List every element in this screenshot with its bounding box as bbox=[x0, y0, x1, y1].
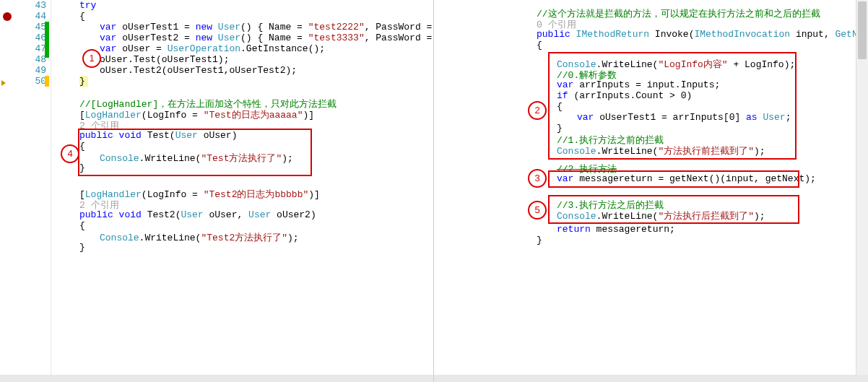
code-line[interactable]: public void Test2(User oUser, User oUser… bbox=[79, 209, 433, 220]
code-line[interactable]: var oUserTest2 = new User() { Name = "te… bbox=[100, 32, 433, 43]
code-line[interactable]: { bbox=[79, 141, 433, 152]
code-line[interactable]: { bbox=[79, 11, 433, 22]
code-line[interactable]: //0.解析参数 bbox=[557, 69, 868, 79]
line-number: 50 bbox=[25, 76, 46, 87]
annotation-circle-2: 2 bbox=[528, 101, 547, 120]
code-line[interactable]: } bbox=[79, 242, 433, 253]
code-line[interactable]: var arrInputs = input.Inputs; bbox=[557, 79, 868, 90]
status-strip bbox=[434, 375, 868, 382]
line-number: 49 bbox=[25, 65, 46, 76]
code-line[interactable]: Console.WriteLine("Test方法执行了"); bbox=[100, 152, 433, 162]
execution-arrow-icon bbox=[1, 78, 12, 88]
codelens-references[interactable]: 0 个引用 bbox=[537, 18, 868, 29]
line-number: 48 bbox=[25, 54, 46, 65]
code-line[interactable]: //[LogHandler]，在方法上面加这个特性，只对此方法拦截 bbox=[79, 97, 433, 108]
code-line[interactable]: if (arrInputs.Count > 0) bbox=[557, 90, 868, 101]
code-line[interactable]: { bbox=[537, 40, 868, 51]
change-mark-icon bbox=[45, 76, 49, 87]
code-line[interactable]: Console.WriteLine("LogInfo内容" + LogInfo)… bbox=[557, 58, 868, 69]
code-line[interactable]: { bbox=[79, 220, 433, 231]
code-line[interactable]: public void Test(User oUser) bbox=[79, 130, 433, 141]
codelens-references[interactable]: 2 个引用 bbox=[79, 119, 433, 130]
annotation-circle-5: 5 bbox=[528, 201, 547, 220]
annotation-circle-1: 1 bbox=[82, 49, 101, 68]
code-line[interactable]: } bbox=[79, 76, 88, 87]
code-line[interactable]: return messagereturn; bbox=[557, 224, 868, 235]
line-number: 46 bbox=[25, 32, 46, 43]
code-line[interactable]: //1.执行方法之前的拦截 bbox=[557, 134, 868, 144]
status-strip bbox=[0, 375, 433, 382]
annotation-circle-4: 4 bbox=[61, 144, 79, 163]
code-editor[interactable]: //这个方法就是拦截的方法，可以规定在执行方法之前和之后的拦截 0 个引用 pu… bbox=[443, 0, 868, 382]
change-mark-icon bbox=[45, 22, 49, 58]
scrollbar-thumb[interactable] bbox=[858, 1, 867, 59]
gutter[interactable]: 43 44 45 46 47 48 49 50 bbox=[0, 0, 51, 382]
code-line[interactable]: var oUserTest1 = arrInputs[0] as User; bbox=[577, 112, 868, 123]
gutter[interactable] bbox=[434, 0, 443, 382]
left-editor-pane: 43 44 45 46 47 48 49 50 try { var oUserT… bbox=[0, 0, 434, 382]
code-line[interactable]: } bbox=[537, 235, 868, 246]
split-view: 43 44 45 46 47 48 49 50 try { var oUserT… bbox=[0, 0, 868, 382]
code-line[interactable]: Console.WriteLine("方法执行后拦截到了"); bbox=[557, 209, 868, 220]
line-number: 47 bbox=[25, 43, 46, 54]
code-line[interactable]: public IMethodReturn Invoke(IMethodInvoc… bbox=[537, 29, 868, 40]
code-line[interactable]: //2.执行方法 bbox=[557, 162, 868, 173]
line-number: 43 bbox=[25, 0, 46, 11]
vertical-scrollbar[interactable] bbox=[856, 0, 868, 382]
code-line[interactable]: Console.WriteLine("Test2方法执行了"); bbox=[100, 231, 433, 242]
code-line[interactable]: //这个方法就是拦截的方法，可以规定在执行方法之前和之后的拦截 bbox=[537, 7, 868, 18]
annotation-circle-3: 3 bbox=[528, 169, 547, 188]
code-line[interactable]: [LogHandler(LogInfo = "Test的日志为aaaaa")] bbox=[79, 108, 433, 119]
right-editor-pane: //这个方法就是拦截的方法，可以规定在执行方法之前和之后的拦截 0 个引用 pu… bbox=[434, 0, 868, 382]
code-line[interactable]: Console.WriteLine("方法执行前拦截到了"); bbox=[557, 144, 868, 155]
line-number: 45 bbox=[25, 22, 46, 32]
code-line[interactable]: var oUser = UserOperation.GetInstance(); bbox=[100, 43, 433, 54]
code-line[interactable]: //3.执行方法之后的拦截 bbox=[557, 199, 868, 209]
codelens-references[interactable]: 2 个引用 bbox=[79, 199, 433, 209]
code-line[interactable]: { bbox=[557, 101, 868, 112]
code-editor[interactable]: try { var oUserTest1 = new User() { Name… bbox=[51, 0, 433, 382]
code-line[interactable]: try bbox=[79, 0, 433, 11]
code-line[interactable]: } bbox=[79, 162, 433, 173]
breakpoint-icon[interactable] bbox=[3, 12, 12, 21]
code-line[interactable]: oUser.Test(oUserTest1); bbox=[100, 54, 433, 65]
code-line[interactable]: var messagereturn = getNext()(input, get… bbox=[557, 173, 868, 184]
line-number: 44 bbox=[25, 11, 46, 22]
code-line[interactable]: } bbox=[557, 123, 868, 134]
code-line[interactable]: oUser.Test2(oUserTest1,oUserTest2); bbox=[100, 65, 433, 76]
code-line[interactable]: var oUserTest1 = new User() { Name = "te… bbox=[100, 22, 433, 32]
code-line[interactable]: [LogHandler(LogInfo = "Test2的日志为bbbbb")] bbox=[79, 188, 433, 199]
